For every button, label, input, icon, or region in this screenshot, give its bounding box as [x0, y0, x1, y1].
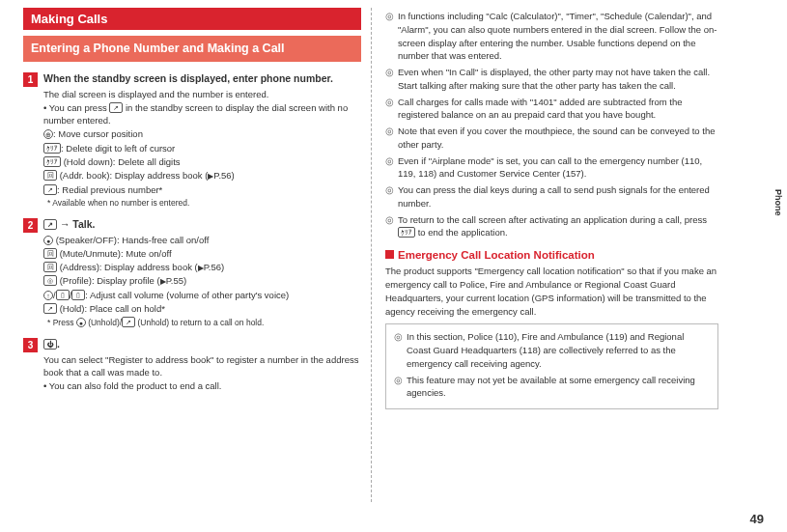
bullet-icon	[385, 125, 394, 152]
call-key-icon: ↗	[109, 102, 123, 113]
step-1-line2: • You can press ↗ in the standby screen …	[43, 101, 361, 127]
bullet-icon	[385, 10, 394, 63]
bullet-icon	[385, 154, 394, 182]
clear-key-icon: ｸﾘｱ	[43, 156, 61, 167]
step-2-note: * Press ● (Unhold)/↗ (Unhold) to return …	[47, 317, 361, 329]
bullet-icon	[385, 96, 394, 123]
step-1: 1 When the standby screen is displayed, …	[23, 71, 361, 210]
call-key-icon: ↗	[43, 184, 57, 195]
step-1-title: When the standby screen is displayed, en…	[43, 71, 361, 86]
emergency-paragraph: The product supports "Emergency call loc…	[385, 265, 718, 318]
list-item: Call charges for calls made with "1401" …	[385, 96, 718, 123]
step-1-note: * Available when no number is entered.	[47, 198, 361, 210]
volume-up-icon: ↑	[43, 291, 53, 300]
page-number: 49	[750, 512, 764, 526]
step-1-line1: The dial screen is displayed and the num…	[43, 88, 361, 100]
step-3-line1: You can select "Register to address book…	[43, 353, 361, 379]
list-item: In functions including "Calc (Calculator…	[385, 10, 718, 63]
step-2-line3: 回 (Address): Display address book (▶P.56…	[43, 261, 361, 273]
bullet-icon	[385, 213, 394, 240]
profile-key-icon: ◎	[43, 275, 57, 286]
heading-making-calls: Making Calls	[23, 8, 361, 30]
bullet-icon	[385, 66, 394, 93]
step-2-number: 2	[23, 218, 38, 233]
step-1-line3: ⊕: Move cursor position	[43, 127, 361, 140]
side-tab-phone: Phone	[773, 189, 783, 216]
list-item: In this section, Police (110), Fire and …	[394, 330, 710, 370]
list-item: Note that even if you cover the mouthpie…	[385, 125, 718, 152]
step-2-line1: ● (Speaker/OFF): Hands-free call on/off	[43, 234, 361, 246]
left-column: Making Calls Entering a Phone Number and…	[23, 8, 371, 502]
list-item: Even if "Airplane mode" is set, you can …	[385, 154, 718, 182]
step-1-line5: ｸﾘｱ (Hold down): Delete all digits	[43, 155, 361, 168]
heading-entering-number: Entering a Phone Number and Making a Cal…	[23, 36, 361, 62]
step-2-line4: ◎ (Profile): Display profile (▶P.55)	[43, 274, 361, 287]
step-1-line4: ｸﾘｱ: Delete digit to left of cursor	[43, 142, 361, 154]
call-key-icon: ↗	[122, 317, 135, 327]
address-key-icon: 回	[43, 262, 57, 272]
list-item: Even when "In Call" is displayed, the ot…	[385, 66, 718, 93]
call-key-icon: ↗	[43, 303, 57, 314]
emergency-note-box: In this section, Police (110), Fire and …	[385, 323, 718, 409]
bullet-icon	[394, 330, 403, 370]
step-2: 2 ↗ → Talk. ● (Speaker/OFF): Hands-free …	[23, 217, 361, 329]
square-icon	[385, 250, 394, 259]
list-item: You can press the dial keys during a cal…	[385, 183, 718, 210]
heading-emergency: Emergency Call Location Notification	[385, 249, 718, 261]
end-key-icon: ⏻	[43, 339, 57, 350]
mute-key-icon: 回	[43, 248, 57, 259]
step-1-number: 1	[23, 72, 38, 87]
step-3-number: 3	[23, 338, 38, 352]
list-item: To return to the call screen after activ…	[385, 213, 718, 240]
center-key-icon: ●	[43, 236, 53, 245]
step-3: 3 ⏻. You can select "Register to address…	[23, 337, 361, 394]
call-key-icon: ↗	[43, 219, 57, 230]
bullet-icon	[385, 183, 394, 210]
cursor-icon: ⊕	[43, 129, 53, 139]
list-item: This feature may not yet be available at…	[394, 374, 710, 401]
right-column: In functions including "Calc (Calculator…	[371, 8, 728, 502]
step-1-line7: ↗: Redial previous number*	[43, 183, 361, 196]
clear-key-icon: ｸﾘｱ	[398, 227, 415, 238]
step-2-title: ↗ → Talk.	[43, 217, 361, 232]
side-down-icon: ▯	[71, 290, 85, 300]
notes-list: In functions including "Calc (Calculator…	[385, 10, 718, 239]
step-3-line2: • You can also fold the product to end a…	[43, 379, 361, 392]
addr-key-icon: 回	[43, 170, 57, 181]
clear-key-icon: ｸﾘｱ	[43, 143, 61, 154]
step-2-line2: 回 (Mute/Unmute): Mute on/off	[43, 247, 361, 260]
step-2-line5: ↑/▯/▯: Adjust call volume (volume of oth…	[43, 289, 361, 301]
step-1-line6: 回 (Addr. book): Display address book (▶P…	[43, 169, 361, 182]
side-up-icon: ▯	[56, 290, 70, 300]
bullet-icon	[394, 374, 403, 401]
center-key-icon: ●	[76, 318, 86, 327]
step-3-title: ⏻.	[43, 337, 361, 351]
step-2-line6: ↗ (Hold): Place call on hold*	[43, 302, 361, 315]
